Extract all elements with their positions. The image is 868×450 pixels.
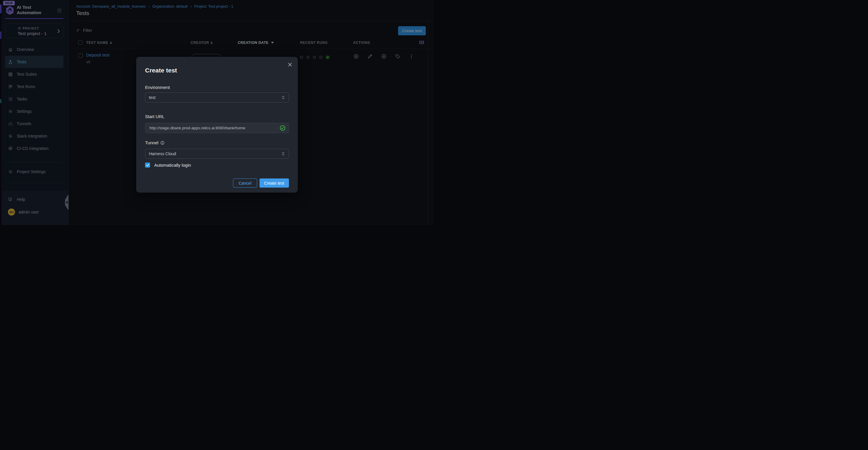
auto-login-option[interactable]: Automatically login	[145, 163, 191, 168]
create-test-submit-button[interactable]: Create test	[259, 178, 289, 188]
cancel-button[interactable]: Cancel	[233, 178, 257, 188]
close-icon[interactable]	[287, 62, 292, 67]
tunnel-label: Tunnel	[145, 140, 164, 145]
environment-value: test	[149, 95, 156, 100]
environment-select[interactable]: test	[145, 92, 289, 103]
environment-label: Environment	[145, 85, 170, 90]
tunnel-value: Harness Cloud	[149, 151, 176, 156]
create-test-modal: Create test Environment test Start URL T…	[136, 57, 298, 193]
auto-login-checkbox[interactable]	[145, 163, 150, 168]
info-icon[interactable]	[160, 141, 164, 145]
app-window: NEW AI Test Automation	[0, 0, 434, 225]
modal-title: Create test	[145, 67, 177, 74]
tunnel-select[interactable]: Harness Cloud	[145, 149, 289, 159]
auto-login-label: Automatically login	[154, 163, 191, 168]
url-valid-check-icon	[280, 125, 286, 131]
start-url-field	[145, 123, 289, 133]
start-url-label: Start URL	[145, 114, 164, 119]
select-chevrons-icon	[281, 95, 285, 100]
select-chevrons-icon	[281, 151, 285, 156]
start-url-input[interactable]	[149, 125, 280, 131]
